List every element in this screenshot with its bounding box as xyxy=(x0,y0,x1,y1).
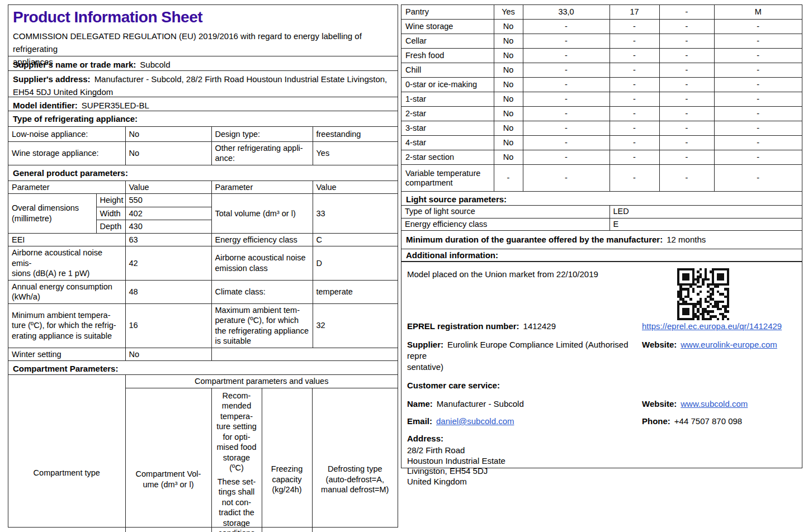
noise-class-value: D xyxy=(313,246,398,281)
compartment-defrost-cell: - xyxy=(714,34,802,49)
product-information-sheet-page: { "colors": {"title_purple": "#3a0c9e", … xyxy=(0,0,808,532)
compartment-present-cell: No xyxy=(494,34,523,49)
market-info-box: Model placed on the Union market from 22… xyxy=(401,262,802,468)
design-type-value: freestanding xyxy=(313,127,398,141)
compartment-defrost-cell: - xyxy=(714,49,802,63)
supplier-name-label: Supplier's name or trade mark: xyxy=(13,60,136,69)
compartment-volume-cell: - xyxy=(523,136,609,150)
min-ambient-temp-value: 16 xyxy=(125,303,211,348)
compartment-defrost-cell: - xyxy=(714,150,802,165)
compartment-present-cell: No xyxy=(494,78,523,92)
compartment-volume-cell: - xyxy=(523,121,609,136)
compartment-row: Cellar No - - - - xyxy=(401,34,802,49)
supplier-name-value: Subcold xyxy=(140,60,170,69)
compartment-present-cell: No xyxy=(494,150,523,165)
compartment-type-cell: 2-star xyxy=(401,107,494,121)
compartment-temp-cell: - xyxy=(609,34,659,49)
compartment-temp-cell: - xyxy=(609,107,659,121)
dimension-width-label: Width xyxy=(96,207,125,220)
compartment-freezing-cell: - xyxy=(659,136,714,150)
compartment-row: 2-star section No - - - - xyxy=(401,150,802,165)
light-source-table: Type of light source LED Energy efficien… xyxy=(401,205,802,230)
supplier-website-link[interactable]: www.eurolink-europe.com xyxy=(681,340,777,349)
model-identifier-label: Model identifier: xyxy=(13,101,78,110)
compartment-volume-cell: - xyxy=(523,107,609,121)
table-row: Annual energy consumption (kWh/a) 48 Cli… xyxy=(8,280,398,303)
compartment-row: 2-star No - - - - xyxy=(401,107,802,121)
compartment-defrost-cell: M xyxy=(714,5,802,20)
table-row: Low-noise appliance: No Design type: fre… xyxy=(8,127,398,141)
compartment-temp-cell: 17 xyxy=(609,5,659,20)
eprel-value: 1412429 xyxy=(523,321,556,331)
compartment-freezing-cell: - xyxy=(659,107,714,121)
other-appliance-label: Other refrigerating appli- ance: xyxy=(211,141,313,165)
customer-care-heading: Customer care service: xyxy=(407,380,500,391)
compartment-defrost-cell: - xyxy=(714,121,802,136)
eprel-label: EPREL registration number: xyxy=(407,321,519,331)
general-section-heading: General product parameters: xyxy=(8,165,398,180)
col-header-parameter: Parameter xyxy=(211,181,313,194)
compartment-section-heading: Compartment Parameters: xyxy=(8,360,398,374)
page-title: Product Information Sheet xyxy=(13,8,393,26)
total-volume-value: 33 xyxy=(313,194,398,234)
address-lines: 28/2 Firth Road Houstoun Industrial Esta… xyxy=(407,445,505,487)
website-label: Website: xyxy=(642,340,677,349)
compartment-present-cell: No xyxy=(494,121,523,136)
compartment-type-cell: 0-star or ice-making xyxy=(401,78,494,92)
additional-info-heading: Additional information: xyxy=(401,249,802,261)
winter-setting-label: Winter setting xyxy=(8,348,125,360)
compartment-freezing-cell: - xyxy=(659,49,714,63)
compartment-present-cell: No xyxy=(494,20,523,34)
compartment-temp-cell: - xyxy=(609,78,659,92)
market-date-text: Model placed on the Union market from 22… xyxy=(407,269,796,280)
total-volume-label: Total volume (dm³ or l) xyxy=(211,194,313,234)
compartment-present-cell: Yes xyxy=(494,5,523,20)
table-row: Minimum ambient tempera- ture (ºC), for … xyxy=(8,303,398,348)
compartment-row: 0-star or ice-making No - - - - xyxy=(401,78,802,92)
compartment-freezing-cell: - xyxy=(659,5,714,20)
col-header-recommended-temperature: Recom- mended tempera- ture setting for … xyxy=(211,388,262,532)
contact-row: Email:daniel@subcold.com Phone:+44 7507 … xyxy=(407,416,796,427)
customer-website-link[interactable]: www.subcold.com xyxy=(681,399,748,408)
market-date-row: Model placed on the Union market from 22… xyxy=(407,269,796,280)
compartment-temp-cell: - xyxy=(609,63,659,78)
eprel-qr-link[interactable]: https://eprel.ec.europa.eu/qr/1412429 xyxy=(642,321,782,331)
email-link[interactable]: daniel@subcold.com xyxy=(436,416,514,426)
energy-class-value: C xyxy=(313,233,398,246)
compartment-volume-cell: - xyxy=(523,78,609,92)
light-source-type-value: LED xyxy=(609,206,802,218)
compartment-defrost-cell: - xyxy=(714,165,802,192)
compartment-type-cell: 2-star section xyxy=(401,150,494,165)
table-row: EEI 63 Energy efficiency class C xyxy=(8,233,398,246)
type-section-heading: Type of refrigerating appliance: xyxy=(8,111,398,126)
guarantee-value: 12 months xyxy=(667,235,706,244)
compartment-freezing-cell: - xyxy=(659,78,714,92)
compartment-type-cell: Chill xyxy=(401,63,494,78)
compartment-defrost-cell: - xyxy=(714,107,802,121)
customer-care-heading-row: Customer care service: xyxy=(407,380,796,391)
annual-energy-label: Annual energy consumption (kWh/a) xyxy=(8,280,125,303)
dimension-height-value: 550 xyxy=(125,194,211,207)
email-label: Email: xyxy=(407,416,432,426)
compartment-type-cell: Variable temperature compartment xyxy=(401,165,494,192)
compartment-freezing-cell: - xyxy=(659,150,714,165)
col-header-compartment-volume: Compartment Vol- ume (dm³ or l) xyxy=(125,388,211,532)
phone-value: +44 7507 870 098 xyxy=(674,416,742,426)
compartment-freezing-cell: - xyxy=(659,92,714,107)
table-row: Airborne acoustical noise emis- sions (d… xyxy=(8,246,398,281)
compartment-temp-cell: - xyxy=(609,136,659,150)
compartment-type-cell: Wine storage xyxy=(401,20,494,34)
table-row: Compartment type Compartment parameters … xyxy=(8,375,398,388)
low-noise-value: No xyxy=(125,127,211,141)
compartment-volume-cell: - xyxy=(523,63,609,78)
compartment-row: Variable temperature compartment - - - -… xyxy=(401,165,802,192)
compartment-present-cell: No xyxy=(494,49,523,63)
address-row: Address: 28/2 Firth Road Houstoun Indust… xyxy=(407,433,796,487)
compartment-temp-cell: - xyxy=(609,92,659,107)
table-row: Energy efficiency class E xyxy=(401,218,802,230)
compartment-type-cell: 1-star xyxy=(401,92,494,107)
empty-cell xyxy=(211,348,398,360)
compartment-present-cell: No xyxy=(494,136,523,150)
compartment-row: Wine storage No - - - - xyxy=(401,20,802,34)
phone-label: Phone: xyxy=(642,416,670,426)
